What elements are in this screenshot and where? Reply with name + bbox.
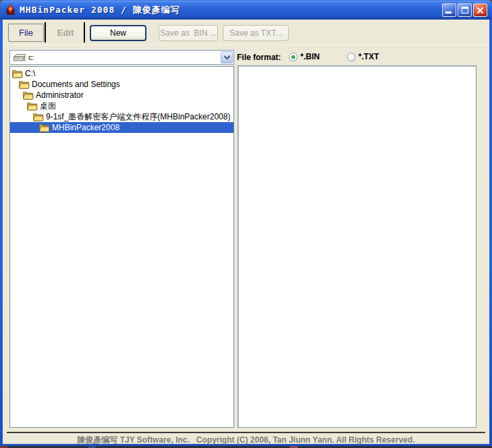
minimize-icon <box>445 11 452 13</box>
tab-edit[interactable]: Edit <box>49 24 82 42</box>
tree-item-c-drive[interactable]: C:\ <box>10 68 234 79</box>
drive-combobox-dropdown-button[interactable] <box>221 51 233 63</box>
chevron-down-icon <box>223 55 231 61</box>
radio-txt-icon[interactable] <box>347 53 356 61</box>
drive-combobox[interactable]: c: <box>9 50 234 65</box>
radio-bin[interactable]: *.BIN <box>289 52 320 61</box>
radio-bin-icon[interactable] <box>289 53 298 61</box>
flame-app-icon <box>5 4 16 16</box>
radio-bin-label: *.BIN <box>300 52 320 61</box>
tab-separator <box>45 22 46 43</box>
save-as-bin-button[interactable]: Save as BIN ... <box>159 25 218 41</box>
tree-item-desktop[interactable]: 桌面 <box>10 101 234 111</box>
drive-icon <box>13 53 26 62</box>
window-title: MHBinPacker 2008 / 陳俊彥编写 <box>20 4 180 16</box>
tree-item-9-1sf-folder[interactable]: 9-1sf_墨香解密客户端文件程序(MHBinPacker2008) <box>10 111 234 122</box>
client-area: File Edit New Save as BIN ... Save as TX… <box>3 20 489 444</box>
minimize-button[interactable] <box>442 3 456 17</box>
app-window: MHBinPacker 2008 / 陳俊彥编写 File Edit New S… <box>0 0 492 448</box>
tree-item-label: MHBinPacker2008 <box>52 123 119 132</box>
folder-icon <box>11 69 23 78</box>
tree-item-label: C:\ <box>25 69 35 78</box>
folder-icon <box>22 91 34 100</box>
radio-txt[interactable]: *.TXT <box>347 52 379 61</box>
folder-icon <box>26 102 38 111</box>
tree-item-label: 9-1sf_墨香解密客户端文件程序(MHBinPacker2008) <box>46 111 230 123</box>
status-divider <box>7 432 485 433</box>
close-icon <box>476 7 484 14</box>
tab-file[interactable]: File <box>8 24 44 42</box>
tree-item-label: Documents and Settings <box>32 80 120 89</box>
file-listbox[interactable] <box>238 65 476 428</box>
radio-txt-label: *.TXT <box>358 52 379 61</box>
title-bar[interactable]: MHBinPacker 2008 / 陳俊彥编写 <box>0 0 492 20</box>
drive-combobox-value: c: <box>28 53 34 61</box>
save-as-txt-button[interactable]: Save as TXT... <box>223 25 289 41</box>
tree-item-administrator[interactable]: Administrator <box>10 90 234 101</box>
toolbar-divider <box>3 45 489 45</box>
file-format-label: File format: <box>237 53 281 62</box>
tab-separator <box>84 22 85 43</box>
folder-icon <box>38 123 50 132</box>
maximize-icon <box>462 7 468 13</box>
folder-icon <box>18 80 30 89</box>
tree-item-label: Administrator <box>36 90 84 100</box>
status-bar-text: 陳俊彥编写 TJY Software, Inc. Copyright (C) 2… <box>3 435 489 445</box>
tree-item-documents-and-settings[interactable]: Documents and Settings <box>10 79 234 90</box>
close-button[interactable] <box>473 3 487 17</box>
new-button[interactable]: New <box>90 25 146 41</box>
maximize-button[interactable] <box>458 3 472 17</box>
folder-icon <box>32 113 44 121</box>
tree-item-label: 桌面 <box>40 101 56 112</box>
directory-tree[interactable]: C:\ Documents and Settings Administrator… <box>9 66 234 428</box>
tree-item-mhbinpacker2008-selected[interactable]: MHBinPacker2008 <box>10 122 234 133</box>
